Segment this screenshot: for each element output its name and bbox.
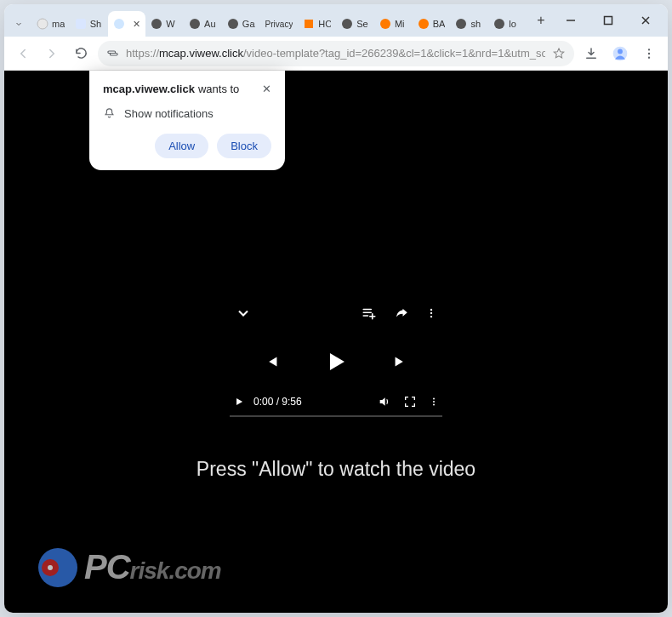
chevron-down-icon (13, 18, 25, 30)
tab-2-active[interactable]: ✕ (108, 11, 146, 37)
svg-point-5 (228, 19, 238, 29)
svg-point-18 (648, 49, 650, 50)
svg-point-2 (114, 19, 124, 29)
svg-point-10 (456, 19, 466, 29)
skip-next-icon[interactable] (391, 352, 410, 371)
profile-button[interactable] (608, 42, 632, 66)
close-dialog-icon[interactable]: ✕ (262, 83, 271, 95)
tab-6[interactable]: Privacy (260, 11, 299, 37)
svg-point-8 (380, 19, 390, 29)
window-controls (552, 4, 664, 37)
svg-point-19 (648, 52, 650, 54)
url-box[interactable]: https://mcap.viwew.click/video-template?… (98, 41, 574, 66)
tab-label: Ga (242, 19, 255, 29)
svg-point-9 (419, 19, 429, 29)
svg-rect-13 (605, 17, 612, 25)
tab-favicon (75, 18, 87, 30)
svg-rect-6 (305, 20, 313, 28)
tab-label: Au (204, 19, 215, 29)
svg-point-7 (342, 19, 352, 29)
tab-search[interactable] (8, 11, 31, 37)
notification-permission-dialog: mcap.viwew.click wants to ✕ Show notific… (89, 71, 285, 170)
tab-8[interactable]: Se (336, 11, 374, 37)
close-tab-icon[interactable]: ✕ (133, 19, 140, 30)
share-icon[interactable] (393, 306, 410, 321)
svg-point-11 (494, 19, 504, 29)
tab-favicon (113, 18, 125, 30)
tab-12[interactable]: lo (488, 11, 527, 37)
notification-origin: mcap.viwew.click (103, 83, 195, 95)
skip-previous-icon[interactable] (262, 352, 281, 371)
new-tab-button[interactable]: + (530, 9, 552, 31)
tab-favicon (455, 18, 467, 30)
address-bar: https://mcap.viwew.click/video-template?… (4, 37, 668, 71)
tab-favicon (418, 18, 430, 30)
svg-point-21 (430, 309, 432, 311)
tab-label: Privacy (265, 20, 293, 29)
tab-label: ma (52, 19, 65, 29)
svg-point-25 (433, 401, 435, 403)
tab-9[interactable]: Mi (374, 11, 413, 37)
playlist-add-icon[interactable] (361, 306, 378, 321)
tab-favicon (151, 18, 162, 30)
svg-point-24 (433, 398, 435, 400)
tab-label: Sh (90, 19, 101, 29)
svg-point-23 (430, 316, 432, 317)
chevron-down-icon[interactable] (235, 305, 252, 322)
downloads-button[interactable] (579, 42, 603, 66)
page-content: mcap.viwew.click wants to ✕ Show notific… (4, 71, 668, 613)
svg-point-22 (430, 312, 432, 314)
tab-favicon (189, 18, 201, 30)
back-button[interactable] (11, 42, 35, 66)
bookmark-star-icon[interactable] (552, 47, 566, 60)
watermark: PCrisk.com (38, 547, 221, 587)
tab-favicon (227, 18, 239, 30)
tab-7[interactable]: HC (298, 11, 336, 37)
tab-10[interactable]: BA (413, 11, 451, 37)
tab-favicon (37, 18, 48, 30)
svg-rect-15 (110, 54, 117, 56)
small-play-icon[interactable] (233, 396, 245, 408)
tab-11[interactable]: sh (450, 11, 488, 37)
more-vert-small-icon[interactable] (429, 395, 439, 408)
watermark-logo-icon (38, 548, 77, 587)
more-vert-icon[interactable] (425, 306, 437, 321)
close-window-button[interactable] (627, 4, 664, 37)
svg-rect-1 (76, 19, 86, 29)
browser-window: ma Sh ✕ W Au Ga Privacy HC (4, 4, 668, 613)
play-icon[interactable] (322, 347, 350, 376)
maximize-button[interactable] (589, 4, 627, 37)
bell-icon (103, 107, 116, 120)
tab-1[interactable]: Sh (70, 11, 108, 37)
svg-point-26 (433, 404, 435, 406)
menu-button[interactable] (637, 42, 661, 66)
block-button[interactable]: Block (217, 134, 271, 158)
allow-button[interactable]: Allow (155, 134, 208, 158)
url-text: https://mcap.viwew.click/video-template?… (126, 47, 545, 60)
watermark-text: PCrisk.com (84, 547, 221, 587)
tab-label: sh (470, 19, 481, 29)
tab-label: BA (433, 19, 446, 29)
tab-4[interactable]: Au (184, 11, 222, 37)
svg-point-17 (618, 49, 623, 54)
svg-point-4 (190, 19, 200, 29)
tab-label: Se (356, 19, 367, 29)
tab-bar: ma Sh ✕ W Au Ga Privacy HC (4, 4, 668, 37)
svg-point-3 (151, 19, 162, 29)
tab-0[interactable]: ma (31, 11, 70, 37)
tab-label: HC (318, 19, 331, 29)
tab-label: lo (509, 19, 516, 29)
notification-line: Show notifications (124, 107, 214, 120)
forward-button[interactable] (40, 42, 64, 66)
fullscreen-icon[interactable] (403, 395, 417, 408)
svg-point-0 (37, 19, 48, 29)
volume-icon[interactable] (378, 395, 391, 408)
notification-wants-to: wants to (198, 83, 239, 95)
reload-button[interactable] (69, 42, 93, 66)
instruction-message: Press "Allow" to watch the video (4, 458, 668, 481)
tab-3[interactable]: W (145, 11, 184, 37)
tab-label: Mi (395, 19, 405, 29)
minimize-button[interactable] (552, 4, 589, 37)
site-settings-icon[interactable] (106, 47, 119, 60)
tab-5[interactable]: Ga (222, 11, 260, 37)
